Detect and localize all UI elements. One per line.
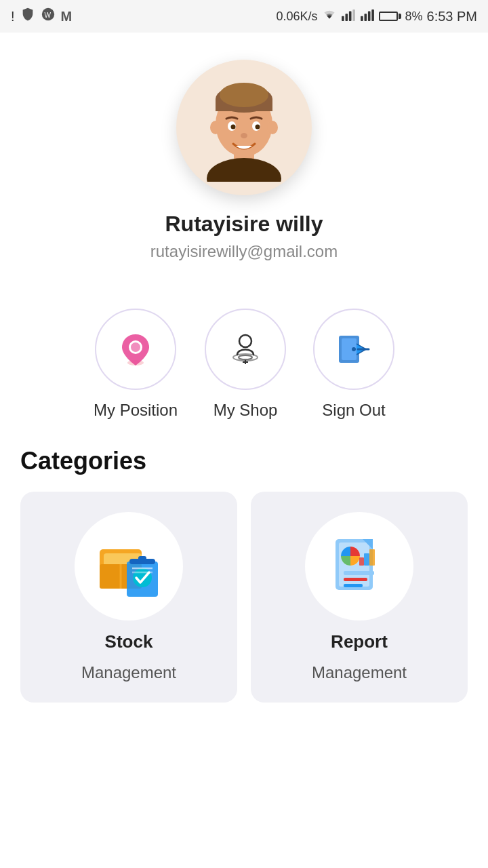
svg-point-22 [267,121,278,134]
report-management-card[interactable]: Report Management [251,492,468,703]
signal2-icon [360,9,375,24]
stock-management-card[interactable]: Stock Management [20,492,237,703]
shield-icon [20,7,35,26]
svg-rect-4 [348,11,351,20]
wifi-icon [322,9,337,24]
svg-point-21 [210,121,221,134]
signout-icon [333,329,374,370]
my-position-circle [95,309,176,390]
time-display: 6:53 PM [427,9,477,24]
svg-rect-2 [342,16,344,20]
svg-rect-6 [361,16,363,20]
avatar-image [190,73,298,182]
position-icon [115,329,156,370]
svg-rect-49 [344,571,374,575]
report-icon-circle [305,512,413,620]
svg-point-20 [241,133,247,138]
categories-grid: Stock Management [20,492,468,703]
svg-point-25 [131,342,140,352]
categories-section: Categories [0,440,488,723]
stock-sub: Management [81,663,176,682]
gmail-icon: M [61,9,73,24]
sign-out-button[interactable]: Sign Out [313,309,394,420]
report-sub: Management [312,663,407,682]
status-bar: ! W M 0.06K/s [0,0,488,33]
battery-icon [379,12,401,21]
network-speed: 0.06K/s [276,9,317,24]
svg-text:W: W [44,12,51,19]
user-email: rutayisirewilly@gmail.com [150,242,338,261]
my-shop-label: My Shop [214,401,278,420]
categories-title: Categories [20,447,468,475]
svg-rect-53 [359,557,364,566]
profile-section: Rutayisire willy rutayisirewilly@gmail.c… [0,33,488,295]
shop-icon [225,329,266,370]
svg-rect-52 [364,553,369,566]
svg-rect-7 [364,14,367,21]
svg-point-26 [239,335,251,347]
user-name: Rutayisire willy [165,212,323,237]
stock-name: Stock [105,631,153,652]
svg-rect-3 [345,14,348,21]
svg-rect-51 [344,584,363,587]
svg-point-19 [256,125,260,130]
my-position-button[interactable]: My Position [94,309,178,420]
svg-rect-50 [344,578,367,581]
status-right: 0.06K/s [276,9,477,24]
stock-icon [92,529,166,604]
svg-point-15 [220,83,268,107]
svg-rect-9 [371,9,374,20]
svg-point-28 [239,355,252,359]
svg-rect-41 [138,556,146,561]
svg-point-33 [352,347,356,351]
my-shop-button[interactable]: My Shop [205,309,286,420]
sign-out-label: Sign Out [322,401,385,420]
sign-out-circle [313,309,394,390]
stock-icon-circle [75,512,183,620]
notification-icon: ! [11,9,15,24]
my-shop-circle [205,309,286,390]
battery-percent: 8% [405,9,423,24]
my-position-label: My Position [94,401,178,420]
svg-rect-54 [369,549,375,566]
avatar [176,60,312,195]
signal-icon [341,9,356,24]
whatsapp-icon: W [41,7,56,26]
report-icon [322,529,396,604]
svg-rect-5 [352,9,355,20]
report-name: Report [331,631,388,652]
actions-row: My Position My Shop [0,295,488,440]
status-left: ! W M [11,7,72,26]
svg-point-18 [231,125,236,130]
svg-rect-8 [367,11,370,20]
svg-point-11 [207,158,281,182]
